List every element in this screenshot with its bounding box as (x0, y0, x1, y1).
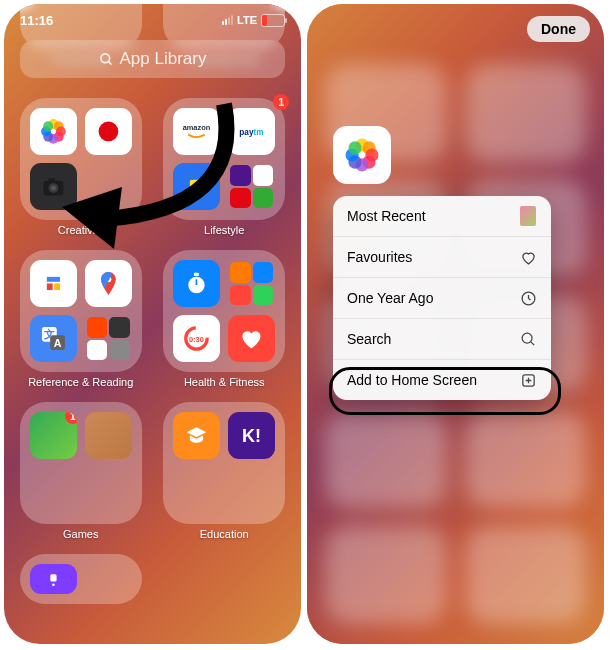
status-bar: 11:16 LTE (4, 10, 301, 30)
svg-point-13 (51, 186, 56, 191)
search-placeholder: App Library (120, 49, 207, 69)
svg-rect-28 (194, 273, 199, 276)
app-stopwatch[interactable] (173, 260, 220, 307)
menu-one-year-ago[interactable]: One Year Ago (333, 278, 551, 319)
battery-icon (261, 14, 285, 27)
app-timer[interactable]: 0:30 (173, 315, 220, 362)
svg-text:A: A (53, 337, 61, 349)
category-grid: Productivity Entertainment Creativity (18, 84, 287, 644)
category-reference[interactable]: 文A Reference & Reading (18, 250, 144, 388)
app-flipkart[interactable] (173, 163, 220, 210)
app-amazon[interactable]: amazon (173, 108, 220, 155)
menu-add-to-home-screen[interactable]: Add to Home Screen (333, 360, 551, 400)
category-lifestyle[interactable]: amazon paytm 1 Lifestyle (162, 98, 288, 236)
category-games[interactable]: 1 Games (18, 402, 144, 540)
svg-point-0 (100, 53, 109, 62)
thumbnail-icon (519, 207, 537, 225)
category-label: Creativity (58, 224, 104, 236)
done-button[interactable]: Done (527, 16, 590, 42)
menu-label: Add to Home Screen (347, 372, 477, 388)
svg-text:amazon: amazon (183, 123, 211, 132)
svg-text:K!: K! (242, 426, 261, 446)
svg-text:0:30: 0:30 (189, 335, 204, 344)
app-red-gear[interactable] (85, 108, 132, 155)
svg-point-9 (43, 121, 53, 131)
plus-square-icon (519, 371, 537, 389)
clock-icon (519, 289, 537, 307)
svg-point-34 (52, 583, 55, 586)
menu-most-recent[interactable]: Most Recent (333, 196, 551, 237)
svg-line-1 (108, 61, 111, 64)
app-google-translate[interactable]: 文A (30, 315, 77, 362)
app-cluster[interactable] (85, 315, 132, 362)
svg-rect-19 (47, 277, 60, 282)
phone-context-menu: Done Most Recent Favourites One Year Ago… (307, 4, 604, 644)
category-label: Health & Fitness (184, 376, 265, 388)
app-heart[interactable] (228, 315, 275, 362)
app-game-2[interactable] (85, 412, 132, 459)
phone-app-library: 11:16 LTE App Library Productivity Enter… (4, 4, 301, 644)
svg-point-42 (348, 141, 361, 154)
svg-point-44 (522, 333, 532, 343)
svg-text:paytm: paytm (240, 128, 264, 137)
app-cluster[interactable] (228, 260, 275, 307)
svg-rect-14 (48, 178, 55, 181)
menu-label: Search (347, 331, 391, 347)
heart-icon (519, 248, 537, 266)
app-google-maps[interactable] (85, 260, 132, 307)
category-education[interactable]: K! Education (162, 402, 288, 540)
app-cluster[interactable]: 1 (228, 163, 275, 210)
svg-line-45 (530, 341, 534, 345)
status-time: 11:16 (20, 13, 53, 28)
category-creativity[interactable]: Creativity (18, 98, 144, 236)
svg-rect-20 (47, 283, 53, 290)
category-label: Games (63, 528, 98, 540)
category-partial[interactable] (18, 554, 144, 604)
context-menu: Most Recent Favourites One Year Ago Sear… (333, 196, 551, 400)
app-photos[interactable] (30, 108, 77, 155)
app-kahoot[interactable]: K! (228, 412, 275, 459)
search-icon (99, 52, 114, 67)
photos-app-icon[interactable] (333, 126, 391, 184)
menu-favourites[interactable]: Favourites (333, 237, 551, 278)
menu-label: One Year Ago (347, 290, 433, 306)
category-health[interactable]: 0:30 Health & Fitness (162, 250, 288, 388)
network-label: LTE (237, 14, 257, 26)
category-label: Reference & Reading (28, 376, 133, 388)
category-label: Education (200, 528, 249, 540)
app-library-search[interactable]: App Library (20, 40, 285, 78)
menu-search[interactable]: Search (333, 319, 551, 360)
svg-rect-17 (190, 180, 203, 195)
signal-icon (222, 15, 233, 25)
svg-rect-33 (50, 574, 56, 581)
app-camera[interactable] (30, 163, 77, 210)
app-education-1[interactable] (173, 412, 220, 459)
badge: 1 (273, 94, 289, 110)
app-paytm[interactable]: paytm (228, 108, 275, 155)
search-icon (519, 330, 537, 348)
menu-label: Favourites (347, 249, 412, 265)
menu-label: Most Recent (347, 208, 426, 224)
svg-rect-21 (54, 283, 60, 290)
app-game-1[interactable]: 1 (30, 412, 77, 459)
app-google-news[interactable] (30, 260, 77, 307)
category-label: Lifestyle (204, 224, 244, 236)
badge: 1 (65, 412, 77, 424)
